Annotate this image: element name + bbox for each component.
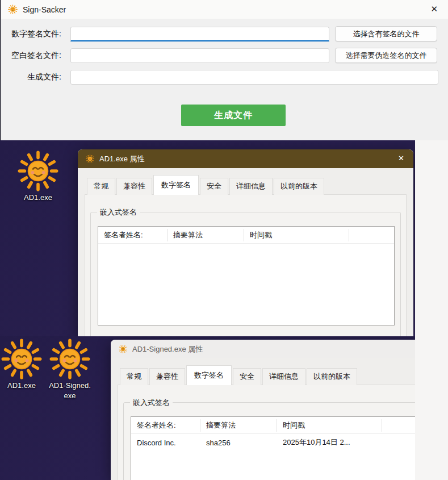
blank-file-row: 空白签名文件: 选择需要伪造签名的文件 [1, 48, 65, 63]
app-sun-icon [8, 5, 18, 14]
col-spacer [349, 229, 394, 241]
signature-list-header: 签名者姓名: 摘要算法 时间戳 [131, 417, 415, 434]
desktop-icon-ad1[interactable]: AD1.exe [10, 151, 66, 203]
dialog-titlebar[interactable]: AD1.exe 属性 ✕ [78, 149, 413, 168]
digest-algorithm-value: sha256 [200, 439, 277, 447]
digital-signatures-panel: 嵌入式签名 签名者姓名: 摘要算法 时间戳 [85, 194, 407, 336]
dialog-titlebar[interactable]: AD1-Signed.exe 属性 [111, 340, 415, 358]
tab-security[interactable]: 安全 [233, 368, 261, 385]
dialog-title: AD1-Signed.exe 属性 [132, 344, 203, 354]
digital-signatures-panel: 嵌入式签名 签名者姓名: 摘要算法 时间戳 Discord Inc. sha25… [118, 385, 415, 480]
tab-compatibility[interactable]: 兼容性 [116, 178, 152, 195]
embedded-signatures-groupbox: 嵌入式签名 签名者姓名: 摘要算法 时间戳 [90, 212, 401, 336]
sign-sacker-window: Sign-Sacker ✕ 数字签名文件: 选择含有签名的文件 空白签名文件: … [0, 0, 448, 140]
desktop-icon-label: AD1.exe [7, 381, 36, 391]
sign-sacker-titlebar[interactable]: Sign-Sacker ✕ [1, 0, 448, 19]
sun-file-icon [49, 339, 90, 379]
composite-screenshot: Sign-Sacker ✕ 数字签名文件: 选择含有签名的文件 空白签名文件: … [0, 0, 448, 480]
generate-file-button[interactable]: 生成文件 [181, 105, 286, 126]
page-margin [415, 140, 448, 480]
col-signer-name[interactable]: 签名者姓名: [98, 229, 168, 241]
signed-file-row: 数字签名文件: 选择含有签名的文件 [1, 26, 65, 41]
tab-general[interactable]: 常规 [87, 178, 115, 195]
table-row[interactable]: Discord Inc. sha256 2025年10月14日 2... [131, 434, 415, 451]
tab-previous-versions[interactable]: 以前的版本 [307, 368, 357, 385]
tab-previous-versions[interactable]: 以前的版本 [274, 178, 324, 195]
properties-dialog-ad1-signed: AD1-Signed.exe 属性 常规 兼容性 数字签名 安全 详细信息 以前… [111, 340, 415, 480]
tab-details[interactable]: 详细信息 [229, 178, 273, 195]
sun-file-icon [86, 155, 94, 163]
desktop-icon-label: AD1-Signed.exe [49, 381, 91, 400]
tab-general[interactable]: 常规 [120, 368, 148, 385]
close-icon[interactable]: ✕ [430, 3, 438, 15]
close-icon[interactable]: ✕ [398, 153, 404, 164]
col-digest-algorithm[interactable]: 摘要算法 [200, 419, 277, 432]
signature-list[interactable]: 签名者姓名: 摘要算法 时间戳 [98, 226, 395, 325]
blank-file-input[interactable] [70, 48, 329, 63]
col-timestamp[interactable]: 时间戳 [244, 229, 349, 241]
signed-file-label: 数字签名文件: [1, 29, 65, 39]
output-file-row: 生成文件: [1, 69, 65, 85]
col-digest-algorithm[interactable]: 摘要算法 [168, 229, 244, 241]
signer-name-value: Discord Inc. [131, 439, 200, 447]
col-spacer [382, 419, 415, 432]
groupbox-label: 嵌入式签名 [97, 207, 140, 218]
desktop-unsigned: AD1.exe AD1.exe 属性 ✕ 常规 兼容性 数字签名 安全 详细信息… [0, 140, 415, 336]
col-timestamp[interactable]: 时间戳 [277, 419, 382, 432]
property-tabs: 常规 兼容性 数字签名 安全 详细信息 以前的版本 [87, 178, 325, 195]
desktop-icon-ad1-signed[interactable]: AD1-Signed.exe [39, 339, 101, 400]
window-title: Sign-Sacker [23, 5, 66, 14]
dialog-title: AD1.exe 属性 [99, 154, 144, 164]
tab-compatibility[interactable]: 兼容性 [149, 368, 185, 385]
properties-dialog-ad1: AD1.exe 属性 ✕ 常规 兼容性 数字签名 安全 详细信息 以前的版本 嵌… [78, 149, 413, 336]
sun-file-icon [1, 339, 42, 379]
tab-details[interactable]: 详细信息 [262, 368, 305, 385]
pick-signed-file-button[interactable]: 选择含有签名的文件 [335, 26, 437, 41]
tab-security[interactable]: 安全 [200, 178, 228, 195]
blank-file-label: 空白签名文件: [1, 51, 65, 61]
signed-file-input[interactable] [70, 27, 329, 41]
groupbox-label: 嵌入式签名 [130, 398, 173, 408]
desktop-icon-label: AD1.exe [24, 193, 52, 203]
tab-digital-signatures[interactable]: 数字签名 [186, 365, 232, 385]
embedded-signatures-groupbox: 嵌入式签名 签名者姓名: 摘要算法 时间戳 Discord Inc. sha25… [123, 402, 415, 480]
desktop-signed: AD1.exe AD1-Signed.exe AD1-Signed.exe 属性… [0, 336, 415, 480]
col-signer-name[interactable]: 签名者姓名: [131, 419, 200, 432]
output-file-input[interactable] [70, 70, 438, 85]
output-file-label: 生成文件: [1, 72, 65, 82]
tab-digital-signatures[interactable]: 数字签名 [153, 175, 199, 195]
sun-file-icon [18, 151, 58, 191]
pick-target-file-button[interactable]: 选择需要伪造签名的文件 [335, 48, 437, 63]
signature-list-header: 签名者姓名: 摘要算法 时间戳 [98, 227, 394, 244]
timestamp-value: 2025年10月14日 2... [277, 437, 382, 448]
property-tabs: 常规 兼容性 数字签名 安全 详细信息 以前的版本 [120, 368, 358, 385]
signature-list[interactable]: 签名者姓名: 摘要算法 时间戳 Discord Inc. sha256 2025… [131, 416, 415, 480]
sun-file-icon [119, 345, 127, 353]
